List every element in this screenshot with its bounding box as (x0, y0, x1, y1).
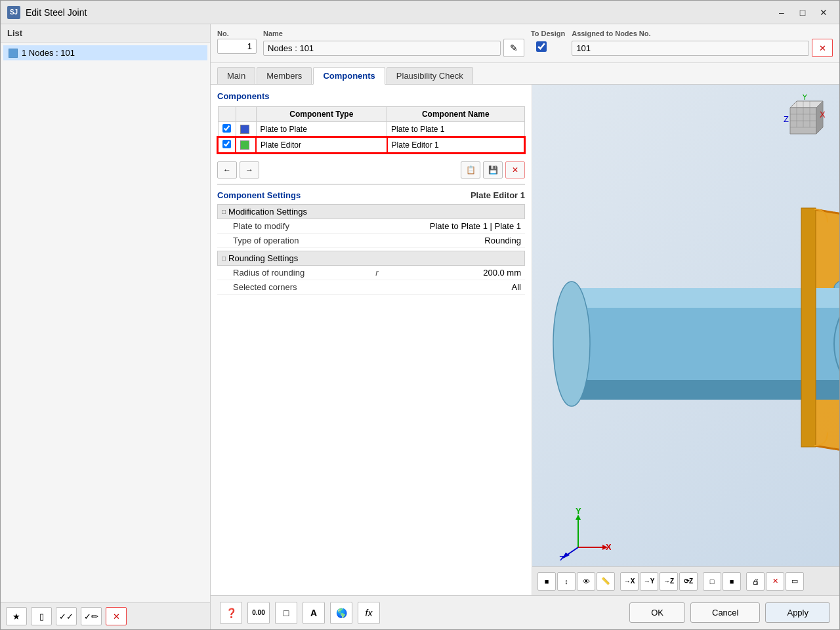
name-field: Name ✎ (263, 30, 524, 57)
no-input[interactable] (217, 39, 257, 54)
vp-btn-solid[interactable]: ■ (723, 572, 741, 591)
comp-settings-name: Plate Editor 1 (471, 190, 525, 200)
viewport-toolbar: ■ ↕ 👁 📏 →X →Y →Z ⟳Z □ ■ (532, 566, 839, 595)
coord-axes: X Y Z (558, 508, 611, 562)
title-bar: SJ Edit Steel Joint – □ ✕ (1, 1, 839, 24)
components-table: Component Type Component Name Plate to P… (217, 106, 525, 154)
title-controls: – □ ✕ (772, 5, 833, 20)
no-label: No. (217, 30, 257, 37)
row-check-1[interactable] (218, 122, 236, 138)
help-button[interactable]: ❓ (220, 602, 242, 624)
name-input[interactable] (263, 41, 501, 56)
plate-modify-value: Plate to Plate 1 | Plate 1 (384, 221, 522, 231)
tree-row-plate-modify: Plate to modify Plate to Plate 1 | Plate… (217, 219, 525, 234)
vp-btn-1[interactable]: ■ (537, 572, 556, 591)
header-row: No. Name ✎ To Design As (211, 24, 839, 63)
comp-settings-title: Component Settings (217, 190, 301, 200)
tab-components[interactable]: Components (313, 67, 385, 85)
tab-members[interactable]: Members (257, 67, 312, 84)
vp-btn-x2[interactable]: ✕ (766, 572, 784, 591)
tree-row-corners: Selected corners All (217, 280, 525, 295)
plate-modify-label: Plate to modify (233, 221, 371, 231)
vp-btn-eye[interactable]: 👁 (577, 572, 595, 591)
to-design-checkbox[interactable] (536, 41, 547, 52)
new-item-button[interactable]: ★ (6, 607, 27, 625)
vp-btn-z[interactable]: →Z (660, 572, 678, 591)
move-left-button[interactable]: ← (217, 161, 237, 178)
full-bottom: ❓ 0.00 □ A 🌎 fx OK Cancel Apply (211, 595, 839, 629)
rename-button[interactable]: ✓✏ (81, 607, 102, 625)
name-edit-button[interactable]: ✎ (503, 39, 524, 57)
group-label-1: Modification Settings (228, 207, 307, 217)
row-check-2[interactable] (218, 137, 236, 153)
row-type-2: Plate Editor (256, 137, 387, 153)
numeric-button[interactable]: 0.00 (247, 602, 270, 624)
table-row[interactable]: Plate Editor Plate Editor 1 (218, 137, 524, 153)
apply-button[interactable]: Apply (765, 602, 830, 623)
check-button[interactable]: ✓✓ (56, 607, 77, 625)
vp-btn-rz[interactable]: ⟳Z (679, 572, 698, 591)
assigned-field: Assigned to Nodes No. ✕ (572, 30, 833, 57)
delete-component-button[interactable]: ✕ (505, 161, 525, 178)
tab-main[interactable]: Main (217, 67, 255, 84)
svg-text:Z: Z (784, 114, 789, 124)
close-button[interactable]: ✕ (814, 5, 833, 20)
collapse-icon-2: □ (222, 255, 226, 262)
col-check (218, 107, 236, 122)
list-item-icon (9, 49, 18, 58)
action-buttons: OK Cancel Apply (629, 602, 830, 623)
tree-group-rounding-header[interactable]: □ Rounding Settings (217, 251, 525, 266)
list-items: 1 Nodes : 101 (1, 43, 210, 602)
row-name-1: Plate to Plate 1 (387, 122, 524, 138)
window-title: Edit Steel Joint (26, 7, 87, 18)
toolbar-right: 📋 💾 ✕ (461, 161, 525, 178)
image-button[interactable]: 🌎 (330, 602, 352, 624)
vp-btn-measure[interactable]: 📏 (597, 572, 615, 591)
corners-value: All (384, 282, 522, 292)
ok-button[interactable]: OK (629, 602, 685, 623)
tab-plausibility[interactable]: Plausibility Check (387, 67, 473, 84)
vp-btn-print[interactable]: 🖨 (746, 572, 765, 591)
toolbar-left: ← → (217, 161, 259, 178)
assigned-input[interactable] (572, 41, 809, 56)
maximize-button[interactable]: □ (793, 5, 812, 20)
move-right-button[interactable]: → (240, 161, 259, 178)
vp-btn-2[interactable]: ↕ (557, 572, 576, 591)
row-name-2: Plate Editor 1 (387, 137, 524, 153)
list-item[interactable]: 1 Nodes : 101 (3, 45, 207, 60)
assigned-clear-button[interactable]: ✕ (812, 39, 833, 57)
vp-btn-x[interactable]: →X (620, 572, 639, 591)
save-component-button[interactable]: 💾 (483, 161, 503, 178)
right-panel: No. Name ✎ To Design As (211, 24, 839, 629)
collapse-icon-1: □ (222, 208, 226, 215)
tree-row-radius: Radius of rounding r 200.0 mm (217, 266, 525, 280)
tree-group-modification-header[interactable]: □ Modification Settings (217, 204, 525, 219)
view-button[interactable]: □ (275, 602, 297, 624)
title-bar-left: SJ Edit Steel Joint (7, 6, 87, 19)
font-button[interactable]: A (303, 602, 325, 624)
vp-btn-wire[interactable]: □ (703, 572, 721, 591)
vp-btn-y[interactable]: →Y (640, 572, 658, 591)
vp-btn-panel[interactable]: ▭ (786, 572, 804, 591)
row-color-2 (236, 137, 256, 153)
copy-button[interactable]: ▯ (31, 607, 52, 625)
components-title: Components (217, 91, 525, 101)
tree-group-modification: □ Modification Settings Plate to modify … (217, 204, 525, 248)
svg-point-20 (553, 282, 590, 406)
minimize-button[interactable]: – (772, 5, 791, 20)
component-toolbar: ← → 📋 💾 ✕ (217, 159, 525, 181)
add-component-button[interactable]: 📋 (461, 161, 480, 178)
tabs: Main Members Components Plausibility Che… (211, 63, 839, 85)
to-design-field: To Design (531, 30, 565, 57)
delete-left-button[interactable]: ✕ (106, 607, 127, 625)
svg-text:X: X (606, 542, 611, 552)
svg-text:Y: Y (802, 94, 808, 102)
table-row[interactable]: Plate to Plate Plate to Plate 1 (218, 122, 524, 138)
left-bottom-bar: ★ ▯ ✓✓ ✓✏ ✕ (1, 602, 210, 629)
row-type-1: Plate to Plate (256, 122, 387, 138)
name-label: Name (263, 30, 524, 37)
viewport[interactable]: X Y Z (532, 85, 839, 595)
svg-rect-24 (801, 208, 816, 447)
cancel-button[interactable]: Cancel (690, 602, 760, 623)
formula-button[interactable]: fx (358, 602, 380, 624)
